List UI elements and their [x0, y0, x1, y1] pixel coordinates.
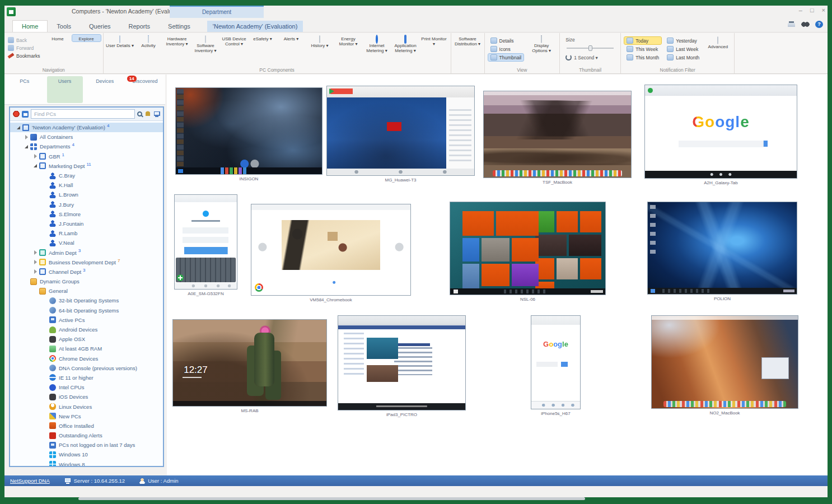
expander-icon[interactable]	[32, 163, 38, 169]
expander-icon[interactable]	[43, 394, 48, 400]
expander-icon[interactable]	[43, 356, 48, 361]
ribbon-tab[interactable]: Queries	[80, 21, 120, 32]
tab-users[interactable]: Users	[47, 76, 83, 103]
bell-icon[interactable]	[144, 111, 151, 118]
software-distribution-button[interactable]: Software Distribution ▾	[454, 35, 482, 46]
tree-item[interactable]: General	[10, 286, 163, 296]
ribbon-button[interactable]: Software Inventory ▾	[191, 35, 220, 53]
tree-item[interactable]: Business Development Dept 7	[10, 258, 163, 267]
tree-item[interactable]: J.Bury	[10, 200, 163, 209]
expander-icon[interactable]	[32, 269, 38, 274]
tree-item[interactable]: K.Hall	[10, 180, 163, 190]
tree-item[interactable]: C.Bray	[10, 171, 163, 180]
filter-button[interactable]: Last Week	[665, 45, 702, 53]
tree-item[interactable]: New PCs	[10, 412, 163, 421]
thumbnail-screenshot[interactable]: Google	[644, 85, 797, 179]
minimize-icon[interactable]	[799, 7, 802, 13]
tree-item[interactable]: 64-bit Operating Systems	[10, 306, 163, 315]
expander-icon[interactable]	[43, 365, 48, 371]
view-icons-button[interactable]: Icons	[488, 45, 524, 53]
refresh-interval-dropdown[interactable]: 1 Second ▾	[565, 54, 615, 60]
tree-item[interactable]: V.Neal	[10, 238, 163, 248]
ribbon-button[interactable]: Hardware Inventory ▾	[163, 35, 191, 46]
expander-icon[interactable]	[43, 413, 48, 419]
expander-icon[interactable]	[43, 298, 48, 304]
home-button[interactable]: Home	[44, 35, 72, 41]
display-options-button[interactable]: Display Options ▾	[526, 35, 557, 53]
expander-icon[interactable]	[43, 461, 48, 466]
monitor-view-icon[interactable]	[153, 111, 160, 118]
expander-icon[interactable]	[43, 433, 48, 438]
calendar-filter-icon[interactable]	[22, 111, 29, 118]
filter-button[interactable]: Today	[624, 37, 661, 44]
find-pcs-input[interactable]	[31, 109, 135, 119]
forward-button[interactable]: Forward	[8, 45, 40, 51]
thumbnail-screenshot[interactable]	[450, 202, 606, 295]
thumbnail-screenshot[interactable]	[251, 204, 411, 296]
thumbnail-screenshot[interactable]	[175, 87, 322, 175]
tree-item[interactable]: Apple OSX	[10, 334, 163, 344]
expander-icon[interactable]	[43, 404, 48, 409]
tree-item[interactable]: Office Installed	[10, 421, 163, 431]
tree-item[interactable]: Channel Dept 3	[10, 267, 163, 277]
tree-item[interactable]: PCs not logged on in last 7 days	[10, 440, 163, 450]
ribbon-button[interactable]: Alerts ▾	[277, 35, 306, 41]
tree-item[interactable]: L.Brown	[10, 190, 163, 199]
alert-filter-icon[interactable]	[13, 111, 20, 118]
maximize-icon[interactable]	[810, 7, 814, 13]
thumbnail-card[interactable]: POLION	[647, 202, 797, 301]
tree-item[interactable]: DNA Console (previous versions)	[10, 363, 163, 373]
ribbon-button[interactable]: Print Monitor ▾	[420, 35, 448, 46]
expander-icon[interactable]	[32, 259, 38, 265]
thumbnail-screenshot[interactable]	[483, 91, 632, 178]
thumbnail-screenshot[interactable]	[651, 315, 798, 409]
tree-item[interactable]: S.Elmore	[10, 209, 163, 219]
tree-item[interactable]: 32-bit Operating Systems	[10, 296, 163, 305]
ribbon-button[interactable]: Activity	[134, 35, 163, 48]
thumbnail-card[interactable]: NO2_MacBook	[651, 315, 798, 416]
thumbnail-screenshot[interactable]	[174, 194, 237, 290]
filter-button[interactable]: Yesterday	[665, 37, 702, 44]
tree-item[interactable]: Outstanding Alerts	[10, 431, 163, 440]
expander-icon[interactable]	[43, 452, 48, 458]
ribbon-button[interactable]: User Details ▾	[106, 35, 134, 48]
expander-icon[interactable]	[43, 346, 48, 352]
expander-icon[interactable]	[43, 202, 48, 207]
tree-item[interactable]: Marketing Dept 11	[10, 161, 163, 171]
ribbon-button[interactable]: Application Metering ▾	[391, 35, 420, 53]
tab-discovered[interactable]: 14 Discovered	[127, 76, 163, 103]
tree-item[interactable]: Linux Devices	[10, 402, 163, 411]
expander-icon[interactable]	[43, 211, 48, 217]
tree-item[interactable]: Android Devices	[10, 325, 163, 334]
tree-item[interactable]: 'Newton Academy' (Evaluation) 4	[10, 123, 163, 132]
tree-item[interactable]: Active PCs	[10, 315, 163, 325]
thumbnail-card[interactable]: INSIGON	[175, 87, 322, 181]
expander-icon[interactable]	[43, 307, 48, 313]
thumbnail-screenshot[interactable]	[326, 86, 475, 176]
ribbon-tab[interactable]: Tools	[48, 21, 80, 32]
print-icon[interactable]	[787, 21, 796, 28]
expander-icon[interactable]	[43, 240, 48, 246]
expander-icon[interactable]	[43, 385, 48, 390]
ribbon-button[interactable]: History ▾	[306, 35, 334, 48]
tree-item[interactable]: Intel CPUs	[10, 382, 163, 392]
tree-item[interactable]: Dynamic Groups	[10, 277, 163, 286]
expander-icon[interactable]	[43, 192, 48, 198]
thumbnail-screenshot[interactable]	[338, 315, 466, 410]
tree-item[interactable]: J.Fountain	[10, 219, 163, 228]
expander-icon[interactable]	[43, 337, 48, 342]
tree-item[interactable]: R.Lamb	[10, 228, 163, 238]
ribbon-tab[interactable]: Settings	[159, 21, 199, 32]
expander-icon[interactable]	[24, 279, 29, 284]
thumbnail-card[interactable]: NSL-06	[450, 202, 606, 302]
thumbnail-screenshot[interactable]: 12:27	[172, 319, 327, 407]
expander-icon[interactable]	[32, 250, 38, 255]
ribbon-button[interactable]: Internet Metering ▾	[363, 35, 391, 53]
thumbnail-card[interactable]: VM584_Chromebook	[251, 204, 411, 302]
thumbnail-card[interactable]: A0E_SM-G532FN	[174, 194, 237, 296]
explore-button[interactable]: Explore	[72, 35, 101, 41]
expander-icon[interactable]	[32, 288, 38, 294]
filter-button[interactable]: Last Month	[665, 54, 702, 61]
tree-item[interactable]: Admin Dept 3	[10, 248, 163, 257]
expander-icon[interactable]	[43, 221, 48, 226]
